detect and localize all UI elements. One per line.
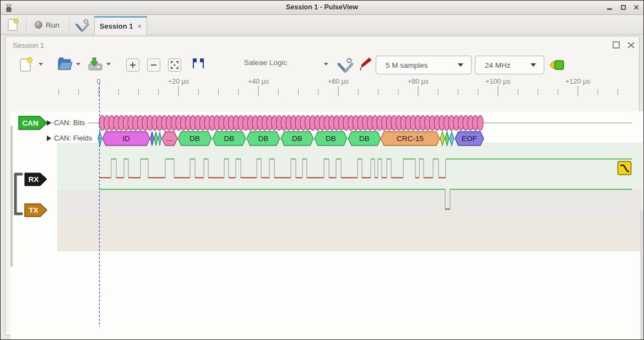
sample-rate-select[interactable]: 24 MHz	[475, 56, 544, 74]
decoder-row-bg	[57, 143, 642, 190]
zoom-out-icon	[150, 61, 158, 69]
sample-count-value: 5 M samples	[376, 61, 428, 69]
zoom-fit-button[interactable]	[168, 58, 181, 72]
channels-button[interactable]	[337, 56, 354, 73]
tab-close-icon[interactable]: ×	[138, 22, 142, 30]
open-folder-icon	[57, 56, 73, 72]
tx-row-bg	[57, 219, 642, 251]
device-selector[interactable]: Saleae Logic	[244, 58, 287, 67]
main-toolbar: Run Session 1 ×	[1, 15, 643, 35]
zoom-in-icon	[129, 61, 137, 69]
separator	[69, 18, 69, 31]
title-bar[interactable]: Session 1 - PulseView ✕	[1, 1, 643, 15]
device-name: Saleae Logic	[244, 58, 287, 67]
save-icon	[87, 56, 104, 72]
new-session-dropdown[interactable]	[39, 63, 43, 66]
settings-button[interactable]	[73, 17, 92, 33]
svg-text:TX: TX	[29, 206, 38, 214]
chevron-down-icon	[531, 63, 536, 67]
new-view-button[interactable]	[5, 17, 21, 33]
probe-button[interactable]	[357, 56, 372, 73]
new-session-button[interactable]	[19, 56, 33, 73]
rx-row-bg	[57, 190, 642, 219]
session-window: Session 1	[5, 36, 640, 336]
trigger-flags-icon	[191, 57, 206, 69]
zoom-in-button[interactable]	[126, 58, 139, 72]
new-view-icon	[7, 18, 19, 32]
restore-window-icon[interactable]	[613, 41, 620, 49]
window-title: Session 1 - PulseView	[1, 3, 643, 11]
show-markers-button[interactable]	[191, 57, 206, 69]
sample-count-select[interactable]: 5 M samples	[376, 56, 472, 74]
trace-view[interactable]	[10, 111, 644, 340]
probe-icon	[357, 56, 372, 73]
svg-text:RX: RX	[29, 175, 39, 184]
open-button[interactable]	[57, 56, 73, 72]
zoom-fit-icon	[171, 61, 178, 69]
pulseview-window: Session 1 - PulseView ✕ Run Session 1	[0, 0, 644, 340]
save-button[interactable]	[87, 56, 104, 72]
add-decoder-icon	[550, 59, 566, 71]
zoom-out-button[interactable]	[147, 58, 160, 72]
trigger-marker-icon[interactable]	[618, 161, 631, 175]
close-session-icon[interactable]	[627, 41, 635, 49]
open-dropdown[interactable]	[76, 63, 80, 66]
session-tab-label: Session 1	[100, 22, 133, 30]
wrench-screwdriver-icon	[75, 18, 90, 32]
vertical-scrollbar[interactable]	[10, 126, 13, 267]
close-button[interactable]: ✕	[632, 4, 641, 12]
add-decoder-button[interactable]	[550, 59, 566, 71]
separator	[26, 18, 26, 31]
sample-rate-value: 24 MHz	[475, 61, 511, 69]
wrench-screwdriver-icon	[337, 56, 354, 73]
chevron-down-icon	[458, 63, 463, 67]
run-state-icon	[35, 21, 42, 29]
save-dropdown[interactable]	[106, 63, 111, 66]
session-tab[interactable]: Session 1 ×	[94, 16, 147, 35]
session-window-title: Session 1	[13, 41, 44, 50]
maximize-button[interactable]	[619, 4, 628, 12]
new-session-icon	[19, 56, 33, 73]
device-dropdown[interactable]	[324, 63, 328, 66]
run-button[interactable]: Run	[33, 17, 62, 33]
run-label: Run	[46, 21, 59, 29]
minimize-button[interactable]	[605, 4, 614, 12]
right-scrollbar[interactable]	[640, 211, 643, 340]
svg-text:CAN: CAN	[22, 119, 38, 127]
